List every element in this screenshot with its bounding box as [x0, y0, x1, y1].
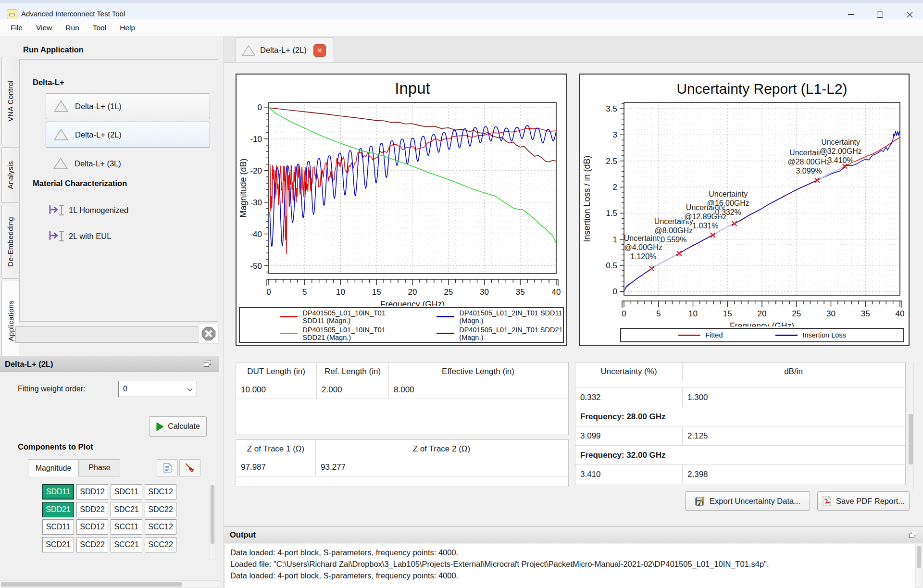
chart-annotation: Uncertainty	[821, 138, 860, 146]
table-header-cell: Ref. Length (in)	[317, 363, 389, 381]
component-button-sdc11[interactable]: SDC11	[111, 484, 142, 500]
svg-text:Magnitude (dB): Magnitude (dB)	[238, 158, 248, 217]
table-header-cell: dB/in	[683, 363, 904, 381]
report-button[interactable]	[157, 459, 178, 476]
component-button-sdd21[interactable]: SDD21	[42, 502, 74, 517]
chart-annotation: @28.00GHz	[787, 158, 830, 166]
component-button-sdd22[interactable]: SDD22	[76, 502, 108, 517]
tab-close-button[interactable]: ✕	[313, 44, 326, 57]
output-title: Output	[230, 530, 256, 539]
table-header-cell: Z of Trace 2 (Ω)	[316, 440, 567, 458]
output-line: Data loaded: 4-port block, S-parameters,…	[230, 570, 915, 581]
table-row: 3.0992.125	[575, 426, 905, 446]
sidebar-tab-analysis[interactable]: Analysis	[1, 147, 18, 203]
material-item-label: 2L with EUL	[69, 232, 111, 241]
sidebar-tab-de-embedding[interactable]: De-Embedding	[1, 205, 18, 279]
document-tab-label: Delta-L+ (2L)	[260, 46, 307, 55]
component-button-scd21[interactable]: SCD21	[42, 537, 74, 552]
table-cell: 3.410	[575, 465, 683, 484]
component-button-sdd12[interactable]: SDD12	[76, 484, 108, 500]
chart-annotation: 0.332%	[715, 208, 741, 216]
components-vertical-scrollbar[interactable]	[210, 481, 215, 560]
chart-annotation: @4.00GHz	[624, 243, 662, 251]
titlebar: Advanced Interconnect Test Tool	[0, 3, 923, 20]
table-cell: 10.000	[236, 381, 317, 399]
menu-item-help[interactable]: Help	[113, 24, 142, 32]
legend-row: DP401505_L01_10IN_T01 SDD11 (Magn.)DP401…	[240, 308, 563, 325]
export-uncertainty-button[interactable]: Export Uncertainty Data...	[685, 491, 810, 511]
table-header-cell: DUT Length (in)	[236, 363, 317, 381]
table-freq-row: Frequency: 28.00 GHz	[575, 407, 905, 426]
output-scrollbar-thumb[interactable]	[917, 546, 921, 568]
delta-button-1l[interactable]: Delta-L+ (1L)	[46, 93, 210, 119]
component-button-scd12[interactable]: SCD12	[76, 519, 108, 535]
float-panel-icon[interactable]	[204, 361, 211, 367]
chart-annotation: 3.410%	[827, 156, 853, 164]
panel-horizontal-scrollbar[interactable]	[0, 580, 219, 588]
uncertainty-table-scrollbar[interactable]	[908, 363, 914, 490]
component-button-scd11[interactable]: SCD11	[42, 519, 74, 535]
sidebar-tab-applications[interactable]: Applications	[1, 281, 19, 361]
output-scrollbar[interactable]	[915, 544, 922, 588]
sidebar-tab-vna-control[interactable]: VNA Control	[1, 57, 18, 145]
component-button-sdd11[interactable]: SDD11	[42, 484, 74, 500]
document-tab[interactable]: Delta-L+ (2L) ✕	[236, 38, 334, 63]
component-button-scc12[interactable]: SCC12	[145, 519, 176, 535]
components-title: Components to Plot	[18, 442, 93, 451]
sidebar-tab-label: Applications	[7, 300, 15, 341]
component-button-sdc22[interactable]: SDC22	[145, 502, 176, 517]
component-button-scd22[interactable]: SCD22	[76, 537, 108, 552]
component-button-sdc21[interactable]: SDC21	[111, 502, 142, 517]
table-cell: 0.332	[575, 388, 683, 407]
legend-cell: DP401505_L01_10IN_T01 SDD11 (Magn.)	[240, 309, 408, 325]
output-log: Data loaded: 4-port block, S-parameters,…	[224, 544, 915, 588]
panel-horizontal-scrollbar-thumb[interactable]	[1, 582, 182, 587]
calculate-button[interactable]: Calculate	[149, 416, 207, 437]
components-vertical-scrollbar-thumb[interactable]	[211, 485, 214, 544]
svg-text:-40: -40	[250, 230, 262, 239]
clear-plots-button[interactable]	[179, 459, 200, 476]
window-title: Advanced Interconnect Test Tool	[21, 10, 125, 18]
svg-text:35: 35	[516, 288, 525, 297]
menu-item-view[interactable]: View	[29, 24, 59, 32]
table-freq-row: Frequency: 32.00 GHz	[575, 446, 905, 465]
legend-line-swatch	[437, 316, 454, 317]
delta-button-2l[interactable]: Delta-L+ (2L)	[46, 122, 210, 148]
uncertainty-table-scrollbar-thumb[interactable]	[909, 414, 913, 464]
svg-text:Insertion Loss / in (dB): Insertion Loss / in (dB)	[582, 155, 592, 242]
menu-item-run[interactable]: Run	[59, 24, 86, 32]
svg-text:30: 30	[480, 288, 489, 297]
svg-text:Uncertainty Report (L1-L2): Uncertainty Report (L1-L2)	[676, 81, 847, 97]
menu-item-file[interactable]: File	[4, 24, 29, 32]
legend-label: Insertion Loss	[802, 331, 846, 339]
legend-line-swatch	[775, 335, 798, 336]
float-output-icon[interactable]	[909, 532, 916, 538]
menu-item-tool[interactable]: Tool	[86, 24, 113, 32]
delta-button-3l[interactable]: Delta-L+ (3L)	[46, 151, 209, 176]
svg-text:0: 0	[622, 309, 626, 318]
legend-label: DP401505_L01_10IN_T01 SDD21 (Magn.)	[302, 326, 408, 341]
component-button-scc21[interactable]: SCC21	[111, 537, 142, 552]
plot-tab-phase[interactable]: Phase	[79, 459, 120, 476]
fitting-weight-dropdown[interactable]: 0	[118, 381, 197, 397]
mapsto-ibeam-icon	[49, 229, 65, 243]
component-button-scc11[interactable]: SCC11	[111, 519, 142, 535]
uncertainty-chart-legend: FittedInsertion Loss	[620, 328, 904, 342]
menubar: FileViewRunToolHelp	[0, 19, 923, 36]
svg-text:0: 0	[613, 287, 617, 296]
material-item-2[interactable]: 2L with EUL	[49, 228, 212, 244]
svg-text:20: 20	[758, 309, 767, 318]
component-button-scc22[interactable]: SCC22	[145, 537, 176, 552]
svg-text:25: 25	[792, 309, 801, 318]
table-header-cell: Uncertainty (%)	[575, 363, 683, 381]
plot-tab-magnitude[interactable]: Magnitude	[28, 459, 79, 476]
uncertainty-chart: Uncertainty@4.00GHz1.120%Uncertainty@8.0…	[580, 75, 908, 326]
stop-button[interactable]	[199, 324, 219, 344]
table-row: 10.0002.0008.000	[236, 381, 568, 399]
material-item-label: 1L Homogenized	[69, 206, 128, 215]
calculate-label: Calculate	[168, 422, 200, 431]
save-pdf-button[interactable]: Save PDF Report...	[817, 491, 910, 511]
material-item-1[interactable]: 1L Homogenized	[49, 202, 212, 218]
table-cell: 2.000	[317, 381, 389, 399]
component-button-sdc12[interactable]: SDC12	[145, 484, 176, 500]
